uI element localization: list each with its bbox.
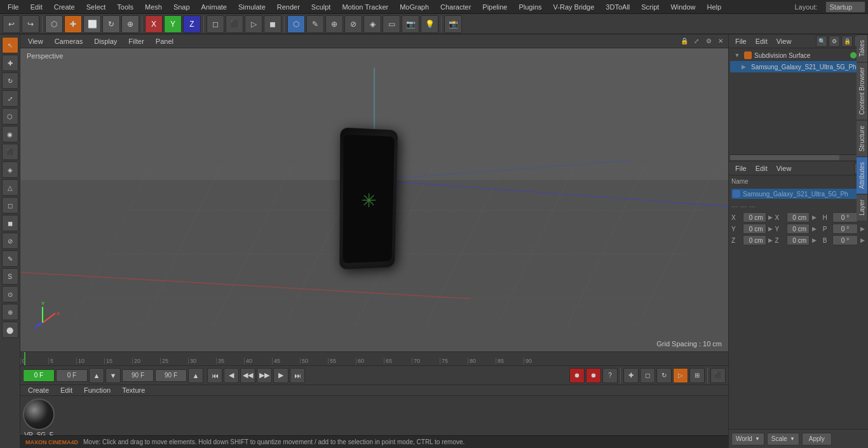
light-button[interactable]: 💡: [421, 15, 438, 33]
menu-select[interactable]: Select: [81, 2, 111, 12]
help-button[interactable]: ?: [602, 368, 618, 383]
play-button[interactable]: ▷: [245, 15, 262, 33]
tool-5[interactable]: ⬡: [2, 108, 18, 125]
select-tool-button[interactable]: ⬡: [45, 15, 63, 33]
viewport-lock-icon[interactable]: 🔒: [679, 36, 689, 46]
viewport-close-icon[interactable]: ✕: [715, 36, 726, 46]
menu-sculpt[interactable]: Sculpt: [306, 2, 336, 12]
frame-step-down-button[interactable]: ▼: [105, 368, 121, 383]
menu-animate[interactable]: Animate: [196, 2, 232, 12]
tool-select[interactable]: ↖: [2, 37, 18, 53]
menu-pipeline[interactable]: Pipeline: [477, 2, 512, 12]
motion-btn1[interactable]: ✚: [623, 368, 639, 383]
mat-menu-texture[interactable]: Texture: [117, 385, 150, 395]
tool-11[interactable]: ◼: [2, 215, 18, 231]
attr-menu-view[interactable]: View: [773, 163, 796, 173]
menu-character[interactable]: Character: [435, 2, 476, 12]
floor-button[interactable]: ▭: [383, 15, 400, 33]
tab-structure[interactable]: Structure: [857, 120, 868, 157]
preview-up-button[interactable]: ▲: [188, 368, 203, 383]
menu-vray[interactable]: V-Ray Bridge: [548, 2, 600, 12]
subdivision-vis-editor[interactable]: [850, 52, 857, 58]
menu-simulate[interactable]: Simulate: [233, 2, 271, 12]
tool-14[interactable]: S: [2, 268, 18, 285]
current-frame-field[interactable]: 0 F: [56, 369, 88, 382]
menu-file[interactable]: File: [3, 2, 24, 12]
menu-edit[interactable]: Edit: [25, 2, 48, 12]
play-forward-button[interactable]: ▶▶: [257, 368, 272, 383]
om-menu-view[interactable]: View: [773, 36, 796, 46]
tool-17[interactable]: ⬤: [2, 322, 18, 338]
menu-help[interactable]: Help: [702, 2, 727, 12]
vp-menu-display[interactable]: Display: [89, 36, 122, 46]
tool-scale[interactable]: ⤢: [2, 90, 18, 107]
menu-snap[interactable]: Snap: [168, 2, 195, 12]
pen-button[interactable]: ✎: [306, 15, 324, 33]
world-dropdown[interactable]: World ▼: [731, 433, 764, 445]
tab-content-browser[interactable]: Content Browser: [857, 62, 868, 119]
boole-button[interactable]: ⊕: [325, 15, 343, 33]
undo-button[interactable]: ↩: [3, 15, 20, 33]
motion-btn4[interactable]: ▷: [673, 368, 688, 383]
menu-motion-tracker[interactable]: Motion Tracker: [337, 2, 393, 12]
vp-menu-view[interactable]: View: [23, 36, 48, 46]
menu-render[interactable]: Render: [272, 2, 305, 12]
preview-frame-field[interactable]: 90 F: [155, 369, 187, 382]
camera-button[interactable]: 📷: [402, 15, 419, 33]
axis-z-button[interactable]: Z: [183, 15, 201, 33]
viewport-expand-icon[interactable]: ⤢: [691, 36, 702, 46]
vp-menu-cameras[interactable]: Cameras: [50, 36, 88, 46]
start-frame-field[interactable]: 0 F: [23, 369, 55, 382]
coord-yr-value[interactable]: 0 cm: [787, 224, 810, 234]
motion-btn3[interactable]: ↻: [656, 368, 672, 383]
coord-xr-value[interactable]: 0 cm: [787, 212, 810, 222]
transform-button[interactable]: ⊕: [121, 15, 139, 33]
move-tool-button[interactable]: ✚: [64, 15, 82, 33]
menu-3dtoall[interactable]: 3DToAll: [600, 2, 635, 12]
tab-layer[interactable]: Layer: [857, 194, 868, 221]
tool-move[interactable]: ✚: [2, 55, 18, 71]
tool-12[interactable]: ⊘: [2, 233, 18, 249]
step-forward-button[interactable]: ▶: [273, 368, 288, 383]
tool-16[interactable]: ⊕: [2, 304, 18, 320]
om-menu-edit[interactable]: Edit: [752, 36, 771, 46]
material-ball[interactable]: [23, 398, 55, 430]
mat-menu-function[interactable]: Function: [79, 385, 116, 395]
layout-dropdown[interactable]: Startup: [825, 1, 865, 13]
tool-13[interactable]: ✎: [2, 250, 18, 267]
menu-script[interactable]: Script: [636, 2, 664, 12]
menu-mesh[interactable]: Mesh: [140, 2, 167, 12]
om-lock-icon[interactable]: 🔒: [841, 36, 853, 47]
go-end-button[interactable]: ⏭: [290, 368, 305, 383]
cube-button[interactable]: ⬡: [287, 15, 305, 33]
tool-9[interactable]: △: [2, 179, 18, 196]
tab-attributes[interactable]: Attributes: [857, 156, 868, 194]
play-reverse-button[interactable]: ◀◀: [240, 368, 255, 383]
tool-rotate[interactable]: ↻: [2, 72, 18, 89]
motion-btn2[interactable]: ◻: [640, 368, 655, 383]
tool-8[interactable]: ◈: [2, 161, 18, 178]
field-button[interactable]: ◈: [363, 15, 381, 33]
apply-button[interactable]: Apply: [802, 433, 832, 445]
vp-menu-panel[interactable]: Panel: [151, 36, 179, 46]
step-back-button[interactable]: ◀: [224, 368, 239, 383]
om-menu-file[interactable]: File: [731, 36, 750, 46]
scale-tool-button[interactable]: ⬜: [83, 15, 101, 33]
axis-y-button[interactable]: Y: [164, 15, 182, 33]
coord-x-value[interactable]: 0 cm: [743, 212, 766, 222]
coord-z-value[interactable]: 0 cm: [743, 235, 766, 245]
timeline-area[interactable]: 0 5 10 15 20 25 30 35 40 45 50 55 60 65 …: [20, 351, 728, 365]
menu-mograph[interactable]: MoGraph: [395, 2, 434, 12]
attr-menu-file[interactable]: File: [731, 163, 750, 173]
tool-10[interactable]: ◻: [2, 197, 18, 214]
mat-menu-edit[interactable]: Edit: [55, 385, 78, 395]
record-button[interactable]: ⏺: [569, 368, 585, 383]
render-button[interactable]: ◼: [264, 15, 281, 33]
tool-6[interactable]: ◉: [2, 126, 18, 142]
object-subdivision-surface[interactable]: ▼ Subdivision Surface: [730, 50, 867, 61]
motion-btn5[interactable]: ⊞: [689, 368, 705, 383]
mat-menu-create[interactable]: Create: [23, 385, 54, 395]
tool-15[interactable]: ⊙: [2, 286, 18, 302]
menu-window[interactable]: Window: [665, 2, 700, 12]
vp-menu-filter[interactable]: Filter: [123, 36, 149, 46]
